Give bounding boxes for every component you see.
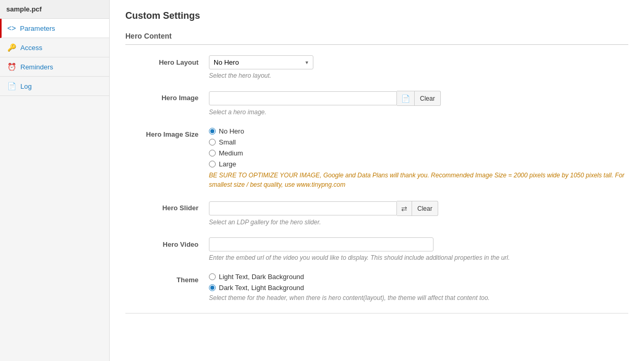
radio-no-hero-input[interactable] [209, 128, 216, 135]
hero-image-size-warning: BE SURE TO OPTIMIZE YOUR IMAGE, Google a… [209, 171, 628, 189]
hero-image-size-label: Hero Image Size [125, 127, 209, 138]
hero-image-file-button[interactable]: 📄 [397, 91, 415, 106]
log-icon: 📄 [7, 82, 16, 90]
hero-image-row: Hero Image 📄 Clear Select a hero image. [125, 91, 628, 116]
radio-large-input[interactable] [209, 161, 216, 167]
theme-light-text-label: Light Text, Dark Background [219, 273, 304, 281]
hero-layout-row: Hero Layout No Hero Full Width Split Ove… [125, 55, 628, 79]
radio-no-hero[interactable]: No Hero [209, 127, 628, 135]
theme-label: Theme [125, 273, 209, 284]
section-header: Hero Content [125, 32, 628, 45]
hero-image-size-row: Hero Image Size No Hero Small Medium Lar… [125, 127, 628, 189]
theme-row: Theme Light Text, Dark Background Dark T… [125, 273, 628, 302]
theme-dark-text[interactable]: Dark Text, Light Background [209, 284, 628, 292]
hero-image-size-radio-group: No Hero Small Medium Large [209, 127, 628, 168]
hero-image-input-row: 📄 Clear [209, 91, 628, 106]
access-icon: 🔑 [7, 43, 16, 52]
hero-image-label: Hero Image [125, 91, 209, 102]
file-icon: 📄 [401, 94, 410, 103]
hero-slider-clear-button[interactable]: Clear [412, 201, 438, 216]
hero-layout-label: Hero Layout [125, 55, 209, 66]
theme-dark-text-input[interactable] [209, 284, 216, 291]
parameters-icon: <> [7, 24, 16, 32]
sidebar-item-access[interactable]: 🔑 Access [0, 38, 109, 57]
sidebar-item-log[interactable]: 📄 Log [0, 77, 109, 96]
radio-medium-label: Medium [219, 149, 243, 157]
reminders-icon: ⏰ [7, 63, 16, 71]
theme-radio-group: Light Text, Dark Background Dark Text, L… [209, 273, 628, 292]
radio-no-hero-label: No Hero [219, 127, 244, 135]
hero-layout-hint: Select the hero layout. [209, 72, 628, 79]
radio-small-input[interactable] [209, 139, 216, 146]
hero-video-label: Hero Video [125, 237, 209, 248]
hero-slider-hint: Select an LDP gallery for the hero slide… [209, 219, 628, 226]
hero-slider-input[interactable] [209, 201, 397, 215]
page-title: Custom Settings [125, 10, 628, 21]
hero-slider-field: ⇄ Clear Select an LDP gallery for the he… [209, 201, 628, 226]
radio-small-label: Small [219, 138, 236, 146]
sidebar-item-parameters[interactable]: <> Parameters [0, 19, 109, 38]
theme-light-text[interactable]: Light Text, Dark Background [209, 273, 628, 281]
hero-slider-input-row: ⇄ Clear [209, 201, 628, 216]
hero-image-clear-button[interactable]: Clear [415, 91, 441, 106]
hero-image-input[interactable] [209, 91, 397, 105]
sidebar-item-label: Access [20, 44, 42, 52]
section-divider [125, 313, 628, 314]
sidebar-item-label: Reminders [20, 63, 53, 71]
theme-dark-text-label: Dark Text, Light Background [219, 284, 304, 292]
radio-medium[interactable]: Medium [209, 149, 628, 157]
hero-slider-gallery-button[interactable]: ⇄ [397, 201, 412, 216]
hero-layout-select[interactable]: No Hero Full Width Split Overlay [209, 55, 313, 69]
gallery-icon: ⇄ [401, 204, 407, 213]
radio-large[interactable]: Large [209, 160, 628, 168]
hero-video-input[interactable] [209, 237, 434, 251]
sidebar: sample.pcf <> Parameters 🔑 Access ⏰ Remi… [0, 0, 110, 361]
hero-video-hint: Enter the embed url of the video you wou… [209, 254, 628, 261]
hero-video-row: Hero Video Enter the embed url of the vi… [125, 237, 628, 261]
hero-image-hint: Select a hero image. [209, 109, 628, 116]
main-content: Custom Settings Hero Content Hero Layout… [110, 0, 644, 361]
hero-video-field: Enter the embed url of the video you wou… [209, 237, 628, 261]
radio-medium-input[interactable] [209, 150, 216, 157]
sidebar-title: sample.pcf [0, 0, 109, 19]
hero-slider-label: Hero Slider [125, 201, 209, 212]
radio-small[interactable]: Small [209, 138, 628, 146]
hero-slider-row: Hero Slider ⇄ Clear Select an LDP galler… [125, 201, 628, 226]
hero-layout-select-wrapper: No Hero Full Width Split Overlay [209, 55, 313, 69]
hero-image-field: 📄 Clear Select a hero image. [209, 91, 628, 116]
sidebar-item-reminders[interactable]: ⏰ Reminders [0, 57, 109, 77]
theme-light-text-input[interactable] [209, 273, 216, 280]
hero-image-size-field: No Hero Small Medium Large BE SURE TO OP… [209, 127, 628, 189]
sidebar-item-label: Log [20, 82, 32, 90]
sidebar-item-label: Parameters [20, 25, 55, 32]
theme-field: Light Text, Dark Background Dark Text, L… [209, 273, 628, 302]
radio-large-label: Large [219, 160, 236, 168]
theme-hint: Select theme for the header, when there … [209, 294, 628, 302]
hero-layout-field: No Hero Full Width Split Overlay Select … [209, 55, 628, 79]
